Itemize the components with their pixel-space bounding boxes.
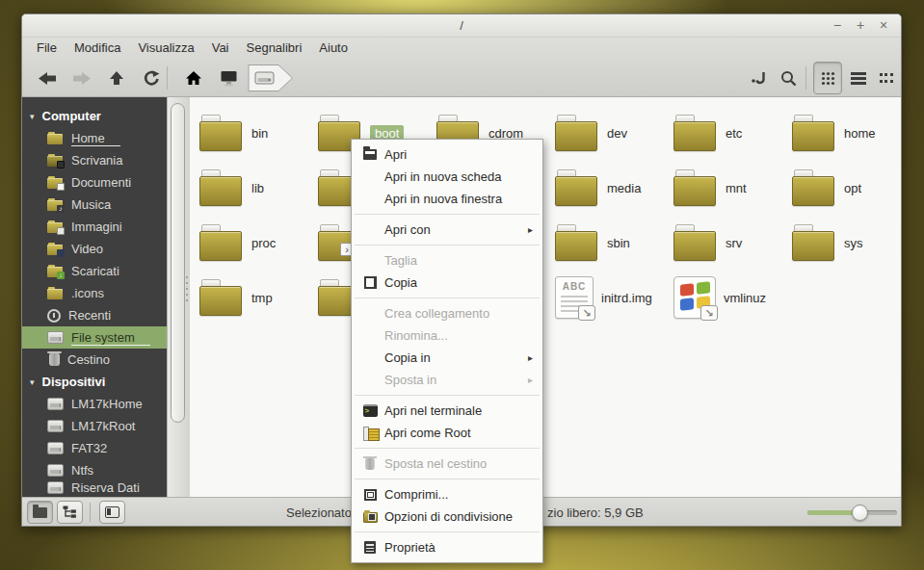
view-compact-button[interactable]	[876, 66, 899, 90]
menu-item-label: Apri come Root	[384, 426, 471, 440]
menubar-item-visualizza[interactable]: Visualizza	[129, 38, 202, 59]
titlebar[interactable]: / − + ×	[22, 14, 901, 38]
menu-item-apri-in-nuova-scheda[interactable]: Apri in nuova scheda	[353, 166, 541, 188]
sidebar-item-video[interactable]: Video	[22, 238, 167, 260]
file-manager-window: / − + × FileModificaVisualizzaVaiSegnali…	[21, 13, 902, 527]
file-label: mnt	[726, 181, 747, 195]
drive-icon	[47, 331, 64, 344]
breadcrumb[interactable]	[248, 64, 294, 96]
maximize-button[interactable]: +	[853, 17, 868, 34]
sidebar-item-riserva-dati[interactable]: Riserva Dati	[22, 481, 167, 494]
file-view[interactable]: binbootcdromdevetchomelibmediamntoptproc…	[190, 97, 901, 499]
menu-item-opzioni-di-condivisione[interactable]: Opzioni di condivisione	[353, 505, 541, 528]
sidebar-section-dispositivi[interactable]: ▾Dispositivi	[22, 371, 167, 393]
sidebar-scrollbar[interactable]	[167, 97, 190, 499]
treeview-toggle-button[interactable]	[57, 501, 83, 524]
menubar-item-file[interactable]: File	[28, 38, 66, 59]
file-item-opt[interactable]: opt	[792, 168, 911, 208]
menu-item-comprimi[interactable]: Comprimi...	[353, 483, 541, 505]
pane-splitter-grip[interactable]	[186, 276, 188, 301]
file-item-vmlinuz[interactable]: ↘vmlinuz	[673, 277, 792, 318]
sidebar-item-lm17kroot[interactable]: LM17kRoot	[22, 415, 167, 437]
file-item-sbin[interactable]: sbin	[555, 222, 673, 263]
sidebar-item-ntfs[interactable]: Ntfs	[22, 459, 167, 481]
file-item-home[interactable]: home	[792, 113, 911, 153]
menu-separator	[355, 448, 540, 449]
menu-item-apri-nel-terminale[interactable]: Apri nel terminale	[353, 400, 541, 422]
sidebar-item-immagini[interactable]: Immagini	[22, 216, 167, 238]
menu-item-apri-con[interactable]: Apri con▸	[353, 219, 541, 241]
windows-flag-icon: ↘	[673, 276, 716, 319]
minimize-button[interactable]: −	[830, 17, 845, 34]
sidebar-item-documenti[interactable]: Documenti	[22, 171, 167, 194]
places-toggle-button[interactable]	[27, 501, 53, 524]
file-item-bin[interactable]: bin	[199, 113, 318, 153]
menu-item-label: Comprimi...	[384, 487, 448, 502]
sidebar-section-computer[interactable]: ▾Computer	[22, 105, 167, 127]
menu-item-copia-in[interactable]: Copia in▸	[353, 347, 541, 369]
zoom-slider[interactable]	[807, 510, 897, 515]
sidebar-item-fat32[interactable]: FAT32	[22, 437, 167, 459]
menubar-item-segnalibri[interactable]: Segnalibri	[238, 38, 311, 59]
sidebar-item-scrivania[interactable]: Scrivania	[22, 149, 167, 171]
submenu-arrow-icon: ▸	[528, 224, 533, 235]
sidebar-item-label: FAT32	[71, 441, 107, 455]
menubar-item-modifica[interactable]: Modifica	[66, 38, 129, 59]
sidebar-item-scaricati[interactable]: ↓Scaricati	[22, 260, 167, 282]
menu-item-label: Apri in nuova finestra	[384, 192, 502, 206]
file-label: bin	[251, 126, 268, 141]
file-item-sys[interactable]: sys	[792, 222, 911, 263]
sidebar-item-recenti[interactable]: Recenti	[22, 304, 167, 326]
scrollbar-thumb[interactable]	[171, 103, 185, 423]
menu-item-label: Rinomina...	[384, 328, 448, 343]
sidebar-item-lm17khome[interactable]: LM17kHome	[22, 393, 167, 415]
zoom-slider-handle[interactable]	[852, 505, 868, 521]
file-item-mnt[interactable]: mnt	[673, 168, 792, 208]
file-item-proc[interactable]: proc	[199, 222, 318, 263]
view-grid-button[interactable]	[813, 62, 842, 94]
home-button[interactable]	[182, 66, 205, 90]
file-item-dev[interactable]: dev	[555, 113, 673, 153]
menu-item-apri-in-nuova-finestra[interactable]: Apri in nuova finestra	[353, 188, 541, 210]
list-view-icon	[851, 72, 866, 85]
folder-body	[673, 121, 716, 151]
menu-item-label: Sposta in	[384, 373, 436, 387]
sidebar-item-home[interactable]: Home	[22, 127, 167, 149]
menu-item-apri-come-root[interactable]: Apri come Root	[353, 422, 541, 444]
menubar-item-aiuto[interactable]: Aiuto	[310, 38, 356, 59]
forward-button[interactable]	[70, 66, 93, 90]
desktop-emblem-icon	[57, 161, 65, 168]
file-item-initrd-img[interactable]: ABC↘initrd.img	[555, 277, 673, 318]
file-item-etc[interactable]: etc	[673, 113, 792, 153]
sidebar-item-file-system[interactable]: File system	[22, 326, 167, 349]
sidebar-item-label: Recenti	[68, 308, 111, 323]
file-item-lib[interactable]: lib	[199, 168, 318, 208]
refresh-button[interactable]	[140, 66, 163, 90]
location-entry-button[interactable]	[748, 66, 771, 90]
folder-body	[673, 231, 716, 261]
file-item-srv[interactable]: srv	[673, 222, 792, 263]
menu-item-apri[interactable]: Apri	[353, 143, 541, 166]
hide-sidebar-button[interactable]	[99, 501, 125, 524]
folder-icon	[47, 243, 64, 256]
menu-item-propriet[interactable]: Proprietà	[353, 536, 541, 558]
sidebar-item-musica[interactable]: ♪Musica	[22, 194, 167, 216]
menu-item-label: Copia in	[384, 350, 431, 365]
sidebar-item-icons[interactable]: .icons	[22, 282, 167, 304]
menu-item-copia[interactable]: Copia	[353, 272, 541, 294]
sidebar-item-cestino[interactable]: Cestino	[22, 349, 167, 371]
file-item-tmp[interactable]: tmp	[199, 277, 318, 318]
back-button[interactable]	[36, 66, 59, 90]
desktop-background: / − + × FileModificaVisualizzaVaiSegnali…	[0, 0, 924, 570]
desktop-button[interactable]	[217, 66, 240, 90]
close-button[interactable]: ×	[876, 17, 891, 34]
search-icon	[780, 70, 797, 87]
file-item-media[interactable]: media	[555, 168, 673, 208]
view-list-button[interactable]	[847, 66, 870, 90]
toolbar	[22, 59, 901, 97]
file-label: etc	[726, 126, 742, 141]
file-label: srv	[726, 236, 742, 250]
search-button[interactable]	[777, 66, 800, 90]
menubar-item-vai[interactable]: Vai	[203, 38, 238, 59]
up-button[interactable]	[105, 66, 128, 90]
